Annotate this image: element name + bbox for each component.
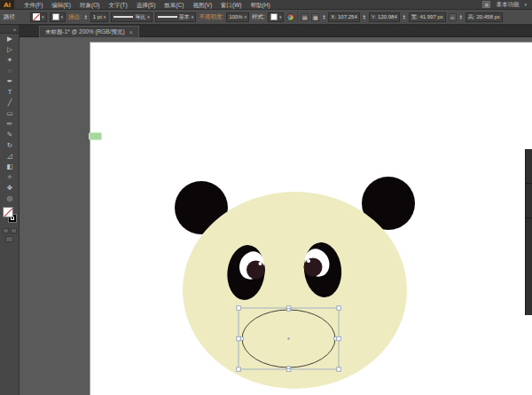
y-stepper[interactable]: ▲▼: [363, 14, 366, 20]
anchor-bottom[interactable]: [287, 366, 290, 368]
paintbrush-tool[interactable]: ✏: [0, 119, 20, 130]
selection-type-label: 路径: [4, 13, 15, 21]
gradient-tool[interactable]: ◧: [0, 162, 20, 172]
panda-left-eye-highlight: [259, 262, 262, 265]
document-tab[interactable]: 未标题-1* @ 200% (RGB/预览) ×: [39, 26, 139, 37]
fill-color-dropdown[interactable]: ▾: [30, 12, 47, 22]
artboard[interactable]: [90, 42, 532, 395]
brush-preview: [158, 16, 177, 18]
opacity-link[interactable]: 不透明度:: [199, 13, 223, 21]
fill-stroke-indicator[interactable]: [0, 207, 20, 226]
align-icon[interactable]: ▤: [301, 13, 309, 21]
width-profile-dropdown[interactable]: 等比 ▾: [111, 12, 153, 22]
menu-edit[interactable]: 编辑(E): [47, 0, 75, 10]
anchor-top[interactable]: [287, 308, 290, 311]
menu-window[interactable]: 窗口(W): [216, 0, 246, 10]
anchor-right[interactable]: [333, 337, 336, 340]
workspace-label[interactable]: 基本功能: [496, 1, 519, 9]
width-field[interactable]: 宽: 41.997 px: [409, 12, 446, 22]
stroke-color-dropdown[interactable]: ▾: [50, 12, 66, 22]
pen-tool[interactable]: ✒: [0, 76, 20, 87]
w-stepper[interactable]: ▲▼: [403, 14, 406, 20]
stroke-swatch: [52, 13, 59, 20]
divider: [297, 12, 298, 22]
scale-tool[interactable]: ◿: [0, 151, 20, 162]
style-label: 样式:: [252, 13, 265, 21]
transform-panel-icon[interactable]: ▦: [311, 13, 319, 21]
style-swatch: [270, 13, 278, 20]
anchor-left[interactable]: [240, 337, 243, 340]
illustrator-window: Ai 文件(F) 编辑(E) 对象(O) 文字(T) 选择(S) 效果(C) 视…: [0, 0, 532, 395]
stroke-weight-stepper[interactable]: ▲▼: [84, 14, 88, 20]
handle-ne[interactable]: [337, 306, 341, 311]
tools-panel: « ▶ ▷ ✶ ◌ ✒ T ╱ ▭ ✏ ✎ ↻ ◿ ◧ ✧ ✥ ◎: [0, 25, 20, 395]
document-tab-bar: 未标题-1* @ 200% (RGB/预览) ×: [0, 25, 532, 37]
rotate-tool[interactable]: ↻: [0, 140, 20, 151]
chevron-down-icon: ▾: [192, 14, 194, 20]
chevron-down-icon: ▾: [42, 14, 44, 20]
recolor-artwork-icon[interactable]: [286, 13, 294, 21]
chevron-down-icon: ▾: [147, 14, 150, 20]
x-field[interactable]: X: 107.254: [328, 12, 359, 22]
handle-sw[interactable]: [237, 367, 241, 372]
tools-collapse-icon[interactable]: «: [0, 25, 19, 34]
chevron-down-icon: ▾: [524, 2, 527, 7]
divider: [526, 183, 532, 184]
menu-effect[interactable]: 效果(C): [160, 0, 188, 10]
chevron-down-icon: ▾: [61, 14, 64, 20]
stroke-panel-link[interactable]: 描边:: [68, 13, 82, 21]
brush-definition-dropdown[interactable]: 基本 ▾: [155, 12, 197, 22]
opacity-field[interactable]: 100% ▾: [226, 12, 249, 22]
y-label: Y:: [372, 14, 376, 20]
fill-none-swatch: [33, 13, 40, 20]
h-stepper[interactable]: ▲▼: [459, 14, 463, 20]
menu-object[interactable]: 对象(O): [75, 0, 104, 10]
workspace-switcher-icon[interactable]: ▦: [482, 1, 490, 8]
h-label: 高:: [468, 13, 475, 21]
rectangle-tool[interactable]: ▭: [0, 108, 20, 119]
x-label: X:: [331, 14, 336, 20]
draw-mode-button[interactable]: [5, 236, 13, 242]
fill-color-swatch[interactable]: [3, 207, 13, 217]
menu-type[interactable]: 文字(T): [104, 0, 131, 10]
type-tool[interactable]: T: [0, 87, 20, 98]
divider: [526, 217, 532, 218]
magic-wand-tool[interactable]: ✶: [0, 55, 20, 66]
menu-view[interactable]: 视图(V): [188, 0, 216, 10]
w-label: 宽:: [411, 13, 419, 21]
handle-w[interactable]: [237, 336, 241, 341]
stroke-weight-field[interactable]: 1 pt ▾: [90, 12, 109, 22]
chevron-down-icon: ▾: [104, 14, 106, 20]
panda-right-eye-highlight: [307, 259, 310, 263]
lasso-tool[interactable]: ◌: [0, 66, 20, 76]
hand-tool[interactable]: ✥: [0, 183, 20, 194]
chevron-down-icon: ▾: [245, 14, 247, 20]
height-field[interactable]: 高: 20.458 px: [466, 12, 503, 22]
ellipse-center-point[interactable]: [287, 337, 289, 339]
line-segment-tool[interactable]: ╱: [0, 98, 20, 108]
panda-right-pupil: [304, 258, 323, 277]
handle-se[interactable]: [337, 367, 341, 372]
close-icon[interactable]: ×: [129, 29, 133, 36]
collapsed-panel-dock[interactable]: [525, 149, 532, 315]
menu-select[interactable]: 选择(S): [132, 0, 160, 10]
x-stepper[interactable]: ▲▼: [322, 14, 325, 20]
handle-nw[interactable]: [237, 306, 241, 311]
link-dimensions-icon[interactable]: ∞: [449, 13, 457, 21]
y-field[interactable]: Y: 120.984: [369, 12, 400, 22]
direct-selection-tool[interactable]: ▷: [0, 44, 20, 55]
color-button[interactable]: [3, 228, 9, 233]
menu-help[interactable]: 帮助(H): [246, 0, 275, 10]
panda-drawing: [90, 43, 532, 395]
handle-e[interactable]: [337, 336, 341, 341]
eyedropper-tool[interactable]: ✧: [0, 172, 20, 183]
chevron-down-icon: ▾: [279, 14, 282, 20]
style-dropdown[interactable]: ▾: [268, 12, 285, 22]
app-logo: Ai: [0, 0, 14, 10]
selection-tool[interactable]: ▶: [0, 34, 20, 44]
gradient-button[interactable]: [11, 228, 17, 233]
document-title: 未标题-1* @ 200% (RGB/预览): [45, 28, 125, 36]
menu-file[interactable]: 文件(F): [20, 0, 47, 10]
zoom-tool[interactable]: ◎: [0, 194, 20, 204]
pencil-tool[interactable]: ✎: [0, 130, 20, 140]
